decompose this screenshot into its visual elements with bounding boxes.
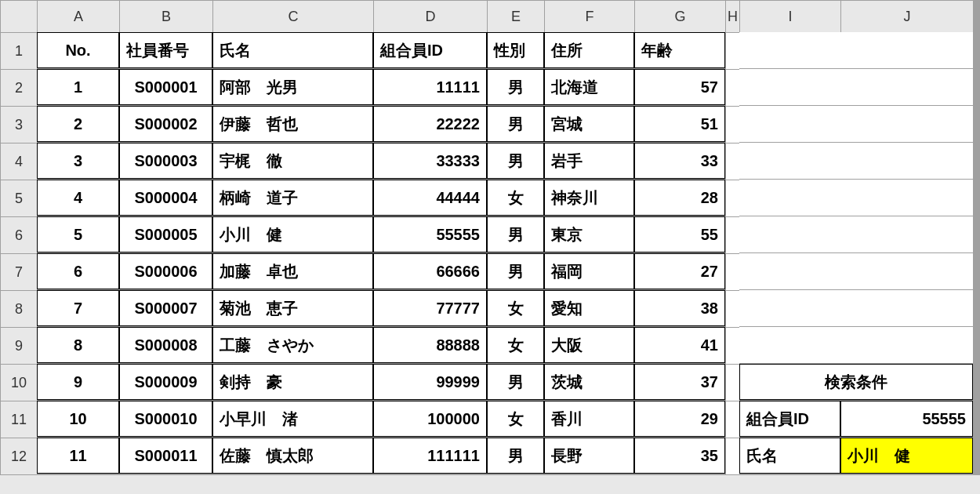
cell-no-12[interactable]: 11 (37, 438, 119, 474)
row-header-10[interactable]: 10 (1, 365, 37, 401)
cell-H9[interactable] (726, 328, 739, 364)
cell-unionid-12[interactable]: 111111 (373, 438, 487, 474)
cell-gender-3[interactable]: 男 (487, 106, 544, 142)
row-header-9[interactable]: 9 (1, 328, 37, 364)
cell-unionid-8[interactable]: 77777 (373, 290, 487, 326)
col-header-G[interactable]: G (635, 1, 725, 32)
header-age[interactable]: 年齢 (634, 32, 725, 68)
cell-age-3[interactable]: 51 (634, 106, 725, 142)
cell-no-8[interactable]: 7 (37, 290, 119, 326)
col-header-A[interactable]: A (38, 1, 119, 32)
cell-address-6[interactable]: 東京 (544, 216, 634, 252)
cell-J4[interactable] (840, 143, 973, 179)
cell-empid-11[interactable]: S000010 (119, 401, 212, 437)
row-header-2[interactable]: 2 (1, 70, 37, 106)
cell-name-8[interactable]: 菊池 恵子 (212, 290, 373, 326)
cell-name-11[interactable]: 小早川 渚 (212, 401, 373, 437)
cell-name-6[interactable]: 小川 健 (212, 216, 373, 252)
cell-name-4[interactable]: 宇梶 徹 (212, 143, 373, 179)
cell-age-12[interactable]: 35 (634, 438, 725, 474)
cell-H4[interactable] (726, 143, 739, 180)
cell-address-11[interactable]: 香川 (544, 401, 634, 437)
cell-unionid-9[interactable]: 88888 (373, 327, 487, 363)
cell-J5[interactable] (840, 180, 973, 216)
cell-address-12[interactable]: 長野 (544, 438, 634, 474)
cell-no-10[interactable]: 9 (37, 364, 119, 400)
cell-unionid-11[interactable]: 100000 (373, 401, 487, 437)
cell-gender-8[interactable]: 女 (487, 290, 544, 326)
cell-age-6[interactable]: 55 (634, 216, 725, 252)
cell-empid-10[interactable]: S000009 (119, 364, 212, 400)
cell-gender-7[interactable]: 男 (487, 253, 544, 289)
cell-address-2[interactable]: 北海道 (544, 69, 634, 105)
row-header-11[interactable]: 11 (1, 401, 37, 438)
cell-age-7[interactable]: 27 (634, 253, 725, 289)
cell-age-10[interactable]: 37 (634, 364, 725, 400)
cell-I3[interactable] (739, 106, 840, 142)
cell-I2[interactable] (739, 69, 840, 105)
cell-unionid-6[interactable]: 55555 (373, 216, 487, 252)
search-unionid-value[interactable]: 55555 (840, 401, 973, 437)
cell-gender-11[interactable]: 女 (487, 401, 544, 437)
search-name-value[interactable]: 小川 健 (840, 438, 973, 474)
cell-I1[interactable] (739, 32, 840, 68)
cell-I4[interactable] (739, 143, 840, 179)
cell-no-7[interactable]: 6 (37, 253, 119, 289)
cell-gender-4[interactable]: 男 (487, 143, 544, 179)
cell-name-3[interactable]: 伊藤 哲也 (212, 106, 373, 142)
row-header-4[interactable]: 4 (1, 143, 37, 180)
cell-address-9[interactable]: 大阪 (544, 327, 634, 363)
cell-name-9[interactable]: 工藤 さやか (212, 327, 373, 363)
col-header-H[interactable]: H (726, 1, 739, 32)
cell-J2[interactable] (840, 69, 973, 105)
row-header-8[interactable]: 8 (1, 291, 37, 327)
search-unionid-label[interactable]: 組合員ID (739, 401, 840, 437)
cell-name-12[interactable]: 佐藤 慎太郎 (212, 438, 373, 474)
cell-unionid-3[interactable]: 22222 (373, 106, 487, 142)
cell-gender-6[interactable]: 男 (487, 216, 544, 252)
row-header-7[interactable]: 7 (1, 254, 37, 290)
cell-address-8[interactable]: 愛知 (544, 290, 634, 326)
header-no[interactable]: No. (37, 32, 119, 68)
cell-H12[interactable] (726, 438, 739, 474)
header-name[interactable]: 氏名 (212, 32, 373, 68)
cell-H6[interactable] (726, 217, 739, 253)
col-header-D[interactable]: D (374, 1, 487, 32)
row-header-5[interactable]: 5 (1, 180, 37, 216)
cell-age-4[interactable]: 33 (634, 143, 725, 179)
header-unionid[interactable]: 組合員ID (373, 32, 487, 68)
cell-J3[interactable] (840, 106, 973, 142)
cell-empid-4[interactable]: S000003 (119, 143, 212, 179)
col-header-C[interactable]: C (213, 1, 373, 32)
cell-address-4[interactable]: 岩手 (544, 143, 634, 179)
cell-unionid-4[interactable]: 33333 (373, 143, 487, 179)
cell-J1[interactable] (840, 32, 973, 68)
col-header-F[interactable]: F (545, 1, 634, 32)
row-header-3[interactable]: 3 (1, 107, 37, 143)
cell-empid-2[interactable]: S000001 (119, 69, 212, 105)
cell-H7[interactable] (726, 254, 739, 290)
search-name-label[interactable]: 氏名 (739, 438, 840, 474)
cell-name-2[interactable]: 阿部 光男 (212, 69, 373, 105)
search-title[interactable]: 検索条件 (739, 364, 973, 400)
cell-I5[interactable] (739, 180, 840, 216)
cell-address-10[interactable]: 茨城 (544, 364, 634, 400)
cell-name-7[interactable]: 加藤 卓也 (212, 253, 373, 289)
cell-I8[interactable] (739, 290, 840, 326)
cell-age-8[interactable]: 38 (634, 290, 725, 326)
col-header-J[interactable]: J (841, 1, 973, 32)
cell-H8[interactable] (726, 291, 739, 327)
cell-unionid-5[interactable]: 44444 (373, 180, 487, 216)
cell-I6[interactable] (739, 216, 840, 252)
header-empid[interactable]: 社員番号 (119, 32, 212, 68)
cell-I9[interactable] (739, 327, 840, 363)
cell-I7[interactable] (739, 253, 840, 289)
cell-age-5[interactable]: 28 (634, 180, 725, 216)
cell-address-3[interactable]: 宮城 (544, 106, 634, 142)
cell-address-7[interactable]: 福岡 (544, 253, 634, 289)
cell-H3[interactable] (726, 107, 739, 143)
cell-unionid-7[interactable]: 66666 (373, 253, 487, 289)
cell-empid-6[interactable]: S000005 (119, 216, 212, 252)
cell-empid-5[interactable]: S000004 (119, 180, 212, 216)
spreadsheet-grid[interactable]: ABCDEFGHIJ1No.社員番号氏名組合員ID性別住所年齢21S000001… (0, 0, 980, 475)
